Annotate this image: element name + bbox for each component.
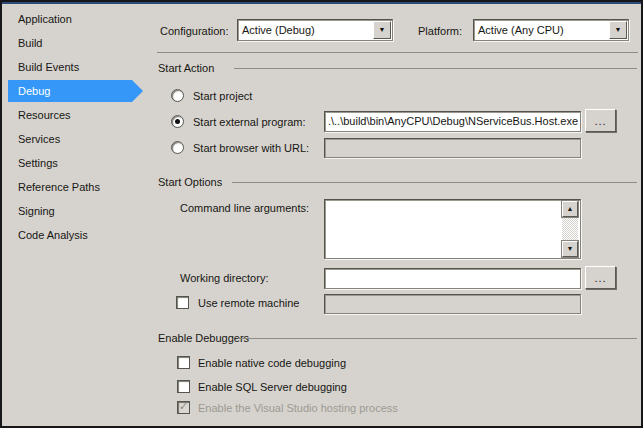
start-options-title: Start Options [158,176,222,188]
platform-dropdown-value: Active (Any CPU) [478,22,564,38]
browser-url-value [327,141,578,156]
sidebar-item-code-analysis[interactable]: Code Analysis [2,223,152,247]
enable-native-code-debugging-label: Enable native code debugging [198,357,346,369]
platform-label: Platform: [418,25,462,37]
sidebar-item-label: Application [18,13,72,25]
scroll-up-icon[interactable]: ▲ [562,201,578,217]
use-remote-machine-checkbox[interactable] [176,296,189,309]
enable-sql-server-debugging-checkbox[interactable] [177,380,190,393]
configuration-label: Configuration: [160,25,229,37]
start-browser-url-label: Start browser with URL: [193,142,309,154]
sidebar-item-signing[interactable]: Signing [2,199,152,223]
enable-sql-server-debugging-label: Enable SQL Server debugging [198,381,347,393]
command-line-arguments-value [327,202,578,257]
config-separator-line [157,52,638,53]
window-top-accent [2,2,641,4]
start-project-radio[interactable] [171,89,184,102]
scrollbar-track[interactable] [562,218,578,240]
start-action-group-line [234,68,637,69]
start-external-program-radio[interactable] [171,115,184,128]
start-action-title: Start Action [158,62,214,74]
command-line-arguments-textarea[interactable]: ▲ ▼ [324,199,581,259]
sidebar-item-label: Resources [18,109,71,121]
working-directory-input[interactable] [324,268,581,289]
sidebar-item-debug[interactable]: Debug [2,79,152,103]
remote-machine-input [324,294,581,314]
chevron-down-icon[interactable]: ▼ [373,21,391,39]
browse-working-directory-button[interactable]: ... [585,266,616,289]
external-program-value: .\..\build\bin\AnyCPU\Debug\NServiceBus.… [327,114,578,130]
enable-debuggers-group-line [238,338,637,339]
external-program-input[interactable]: .\..\build\bin\AnyCPU\Debug\NServiceBus.… [324,111,581,132]
sidebar-item-label: Code Analysis [18,229,88,241]
sidebar-item-label: Debug [18,85,50,97]
sidebar-item-label: Signing [18,205,55,217]
sidebar-item-label: Settings [18,157,58,169]
project-properties-debug-page: Application Build Build Events Debug Res… [0,0,643,428]
browser-url-input [324,138,581,158]
enable-native-code-debugging-checkbox[interactable] [177,356,190,369]
sidebar-item-label: Build Events [18,61,79,73]
sidebar-item-label: Services [18,133,60,145]
check-icon: ✓ [178,400,189,413]
use-remote-machine-label: Use remote machine [198,297,300,309]
start-options-group-line [232,182,637,183]
start-browser-url-radio[interactable] [171,141,184,154]
sidebar-item-services[interactable]: Services [2,127,152,151]
sidebar-item-build[interactable]: Build [2,31,152,55]
sidebar-item-reference-paths[interactable]: Reference Paths [2,175,152,199]
properties-sidebar: Application Build Build Events Debug Res… [2,7,152,247]
start-external-program-label: Start external program: [193,116,306,128]
enable-vs-hosting-process-label: Enable the Visual Studio hosting process [198,402,398,414]
start-project-label: Start project [193,90,252,102]
configuration-dropdown-value: Active (Debug) [242,22,315,38]
sidebar-item-application[interactable]: Application [2,7,152,31]
vertical-scrollbar[interactable]: ▲ ▼ [562,201,579,257]
sidebar-item-label: Reference Paths [18,181,100,193]
enable-vs-hosting-process-checkbox: ✓ [177,401,190,414]
chevron-down-icon[interactable]: ▼ [609,21,627,39]
enable-debuggers-title: Enable Debuggers [158,332,249,344]
sidebar-item-settings[interactable]: Settings [2,151,152,175]
scroll-down-icon[interactable]: ▼ [562,241,578,257]
platform-dropdown[interactable]: Active (Any CPU) ▼ [473,19,629,41]
configuration-dropdown[interactable]: Active (Debug) ▼ [237,19,393,41]
remote-machine-value [327,297,578,312]
sidebar-item-resources[interactable]: Resources [2,103,152,127]
sidebar-item-build-events[interactable]: Build Events [2,55,152,79]
browse-external-program-button[interactable]: ... [585,109,616,132]
command-line-arguments-label: Command line arguments: [180,202,309,214]
sidebar-item-label: Build [18,37,42,49]
working-directory-label: Working directory: [180,272,268,284]
working-directory-value [327,271,578,287]
